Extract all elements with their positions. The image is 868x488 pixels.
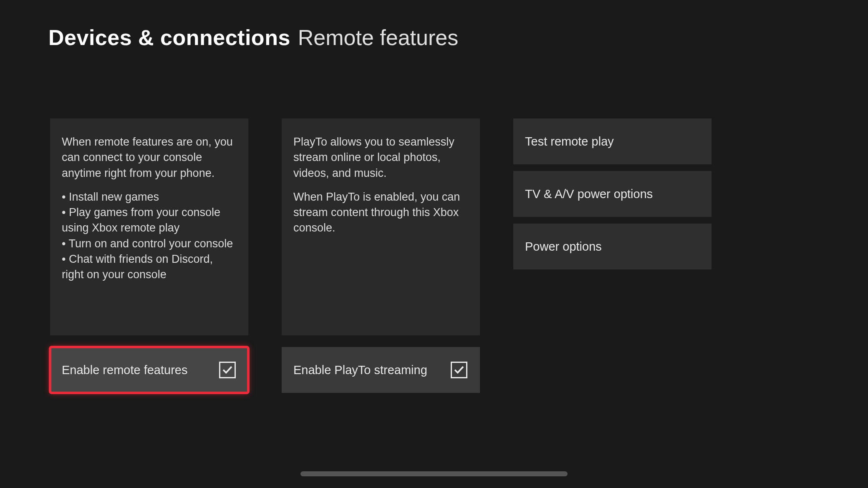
- enable-remote-features-toggle[interactable]: Enable remote features: [50, 347, 248, 393]
- playto-desc-p1: PlayTo allows you to seamlessly stream o…: [293, 134, 468, 181]
- remote-bullet: • Play games from your console using Xbo…: [62, 205, 237, 236]
- playto-desc-p2: When PlayTo is enabled, you can stream c…: [293, 189, 468, 236]
- option-button-test-remote-play[interactable]: Test remote play: [513, 118, 712, 164]
- checkbox-checked-icon: [219, 362, 236, 378]
- remote-desc-intro: When remote features are on, you can con…: [62, 134, 237, 181]
- toggle-label: Enable PlayTo streaming: [293, 363, 427, 377]
- options-column: Test remote playTV & A/V power optionsPo…: [513, 118, 712, 393]
- remote-bullet-list: • Install new games• Play games from you…: [62, 189, 237, 283]
- toggle-label: Enable remote features: [62, 363, 187, 377]
- header-section: Devices & connections: [48, 25, 290, 50]
- remote-column: When remote features are on, you can con…: [50, 118, 248, 393]
- option-label: Power options: [525, 240, 602, 254]
- header-page: Remote features: [298, 25, 458, 50]
- playto-column: PlayTo allows you to seamlessly stream o…: [282, 118, 480, 393]
- remote-description-card: When remote features are on, you can con…: [50, 118, 248, 335]
- playto-description-card: PlayTo allows you to seamlessly stream o…: [282, 118, 480, 335]
- remote-bullet: • Install new games: [62, 189, 237, 205]
- option-button-tv-a-v-power-options[interactable]: TV & A/V power options: [513, 171, 712, 217]
- remote-bullet: • Turn on and control your console: [62, 236, 237, 252]
- checkbox-checked-icon: [451, 362, 467, 378]
- bottom-handle-bar: [300, 471, 568, 476]
- option-label: TV & A/V power options: [525, 187, 653, 201]
- option-button-power-options[interactable]: Power options: [513, 224, 712, 269]
- option-label: Test remote play: [525, 135, 614, 148]
- remote-bullet: • Chat with friends on Discord, right on…: [62, 252, 237, 283]
- page-header: Devices & connections Remote features: [48, 25, 458, 50]
- enable-playto-streaming-toggle[interactable]: Enable PlayTo streaming: [282, 347, 480, 393]
